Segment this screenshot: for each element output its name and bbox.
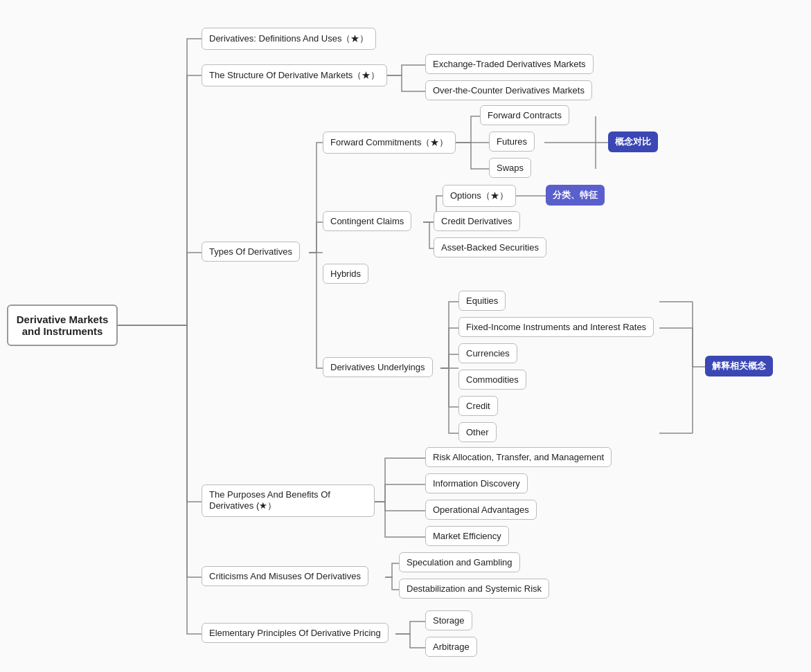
options-label: Options（★） <box>450 190 508 201</box>
def-uses-label: Derivatives: Definitions And Uses（★） <box>209 33 368 44</box>
options-node: Options（★） <box>443 185 516 207</box>
op-adv-label: Operational Advantages <box>433 505 529 515</box>
credit-node: Credit <box>458 396 498 416</box>
structure-node: The Structure Of Derivative Markets（★） <box>202 64 387 87</box>
exchange-label: Exchange-Traded Derivatives Markets <box>433 59 586 69</box>
badge-explain-label: 解释相关概念 <box>712 361 766 371</box>
badge-classify-node: 分类、特征 <box>546 185 605 206</box>
criticisms-label: Criticisms And Misuses Of Derivatives <box>209 571 361 581</box>
exchange-node: Exchange-Traded Derivatives Markets <box>425 54 594 74</box>
commodities-label: Commodities <box>466 374 519 385</box>
types-node: Types Of Derivatives <box>202 242 300 262</box>
market-eff-node: Market Efficiency <box>425 526 509 546</box>
info-disc-label: Information Discovery <box>433 478 520 489</box>
otc-label: Over-the-Counter Derivatives Markets <box>433 85 585 96</box>
currencies-node: Currencies <box>458 343 517 363</box>
speculation-node: Speculation and Gambling <box>399 552 520 572</box>
credit-deriv-node: Credit Derivatives <box>434 211 520 231</box>
badge-classify-label: 分类、特征 <box>553 190 598 200</box>
op-adv-node: Operational Advantages <box>425 500 537 520</box>
swaps-node: Swaps <box>489 158 531 178</box>
root-node: Derivative Markets and Instruments <box>7 305 118 346</box>
speculation-label: Speculation and Gambling <box>407 557 513 567</box>
deriv-underlying-label: Derivatives Underlyings <box>330 362 425 372</box>
elementary-node: Elementary Principles Of Derivative Pric… <box>202 623 389 643</box>
structure-label: The Structure Of Derivative Markets（★） <box>209 70 380 80</box>
futures-label: Futures <box>497 136 527 147</box>
forward-commit-node: Forward Commitments（★） <box>323 131 456 154</box>
credit-deriv-label: Credit Derivatives <box>441 216 513 226</box>
root-label: Derivative Markets and Instruments <box>15 314 109 337</box>
purposes-node: The Purposes And Benefits Of Derivatives… <box>202 484 375 517</box>
swaps-label: Swaps <box>497 163 524 173</box>
market-eff-label: Market Efficiency <box>433 531 501 541</box>
currencies-label: Currencies <box>466 348 510 358</box>
equities-label: Equities <box>466 296 498 306</box>
hybrids-node: Hybrids <box>323 264 368 284</box>
fixed-income-label: Fixed-Income Instruments and Interest Ra… <box>466 322 646 332</box>
other-label: Other <box>466 427 489 437</box>
storage-node: Storage <box>425 610 472 630</box>
types-label: Types Of Derivatives <box>209 246 292 257</box>
forward-commit-label: Forward Commitments（★） <box>330 137 448 147</box>
risk-alloc-node: Risk Allocation, Transfer, and Managemen… <box>425 447 612 467</box>
mindmap-container: Derivative Markets and Instruments Deriv… <box>0 0 811 672</box>
destab-label: Destabilization and Systemic Risk <box>407 583 542 594</box>
hybrids-label: Hybrids <box>330 269 361 279</box>
other-node: Other <box>458 422 497 442</box>
info-disc-node: Information Discovery <box>425 473 528 493</box>
badge-concept-node: 概念对比 <box>608 131 658 152</box>
forward-contracts-node: Forward Contracts <box>480 105 569 125</box>
credit-label: Credit <box>466 401 490 411</box>
abs-node: Asset-Backed Securities <box>434 237 546 257</box>
contingent-node: Contingent Claims <box>323 211 411 231</box>
badge-explain-node: 解释相关概念 <box>705 356 773 376</box>
arbitrage-label: Arbitrage <box>433 642 470 652</box>
purposes-label: The Purposes And Benefits Of Derivatives… <box>209 489 330 511</box>
destab-node: Destabilization and Systemic Risk <box>399 579 549 599</box>
fixed-income-node: Fixed-Income Instruments and Interest Ra… <box>458 317 654 337</box>
deriv-underlying-node: Derivatives Underlyings <box>323 357 433 377</box>
arbitrage-node: Arbitrage <box>425 637 477 657</box>
criticisms-node: Criticisms And Misuses Of Derivatives <box>202 566 368 586</box>
otc-node: Over-the-Counter Derivatives Markets <box>425 80 592 100</box>
badge-concept-label: 概念对比 <box>615 136 651 147</box>
storage-label: Storage <box>433 615 465 626</box>
futures-node: Futures <box>489 131 535 152</box>
commodities-node: Commodities <box>458 370 526 390</box>
elementary-label: Elementary Principles Of Derivative Pric… <box>209 628 381 638</box>
forward-contracts-label: Forward Contracts <box>488 110 562 120</box>
abs-label: Asset-Backed Securities <box>441 242 539 253</box>
risk-alloc-label: Risk Allocation, Transfer, and Managemen… <box>433 452 604 462</box>
equities-node: Equities <box>458 291 506 311</box>
contingent-label: Contingent Claims <box>330 216 404 226</box>
def-uses-node: Derivatives: Definitions And Uses（★） <box>202 28 376 50</box>
